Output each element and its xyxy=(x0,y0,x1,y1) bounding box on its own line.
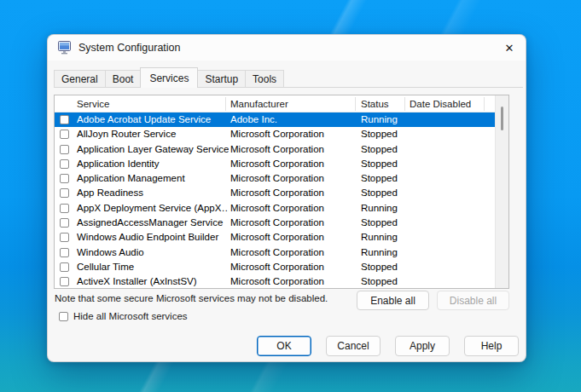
disable-all-button: Disable all xyxy=(437,291,509,310)
tab-tools[interactable]: Tools xyxy=(245,70,284,87)
tab-services[interactable]: Services xyxy=(140,67,198,88)
column-divider[interactable] xyxy=(225,97,226,111)
service-name: Adobe Acrobat Update Service xyxy=(77,112,229,127)
hide-microsoft-services-row[interactable]: Hide all Microsoft services xyxy=(59,311,188,321)
service-checkbox[interactable] xyxy=(60,233,69,242)
service-checkbox[interactable] xyxy=(60,188,69,198)
service-name: ActiveX Installer (AxInstSV) xyxy=(77,274,229,289)
service-name: Windows Audio xyxy=(77,245,229,260)
service-status: Stopped xyxy=(361,157,398,171)
service-status: Stopped xyxy=(361,186,398,200)
service-checkbox[interactable] xyxy=(60,159,69,169)
service-status: Running xyxy=(361,230,398,245)
tab-general[interactable]: General xyxy=(54,70,106,87)
service-status: Running xyxy=(361,112,398,127)
column-divider[interactable] xyxy=(484,97,485,111)
service-row[interactable]: AllJoyn Router Service Microsoft Corpora… xyxy=(55,127,495,141)
service-status: Stopped xyxy=(361,127,398,141)
service-checkbox[interactable] xyxy=(60,204,69,213)
service-row[interactable]: ActiveX Installer (AxInstSV) Microsoft C… xyxy=(55,274,495,289)
service-name: Application Identity xyxy=(77,157,229,171)
service-name: Cellular Time xyxy=(77,260,229,274)
ok-button[interactable]: OK xyxy=(257,336,311,356)
service-row[interactable]: App Readiness Microsoft Corporation Stop… xyxy=(55,186,495,200)
service-status: Running xyxy=(361,245,398,260)
service-row[interactable]: Windows Audio Microsoft Corporation Runn… xyxy=(55,245,495,260)
service-manufacturer: Adobe Inc. xyxy=(230,112,277,127)
service-status: Stopped xyxy=(361,171,398,186)
service-name: AllJoyn Router Service xyxy=(77,127,229,141)
hide-microsoft-services-checkbox[interactable] xyxy=(59,312,68,321)
service-manufacturer: Microsoft Corporation xyxy=(230,127,324,141)
apply-button[interactable]: Apply xyxy=(395,336,450,356)
service-checkbox[interactable] xyxy=(60,174,69,183)
service-row[interactable]: Windows Audio Endpoint Builder Microsoft… xyxy=(55,230,495,245)
service-manufacturer: Microsoft Corporation xyxy=(230,201,324,216)
service-status: Stopped xyxy=(361,260,398,274)
services-note: Note that some secure Microsoft services… xyxy=(55,293,328,303)
service-manufacturer: Microsoft Corporation xyxy=(230,171,324,186)
title-bar: System Configuration ✕ xyxy=(48,35,526,61)
service-checkbox[interactable] xyxy=(60,130,69,139)
scrollbar-thumb[interactable] xyxy=(501,107,503,130)
column-header-status[interactable]: Status xyxy=(361,95,389,112)
service-manufacturer: Microsoft Corporation xyxy=(230,186,324,200)
service-manufacturer: Microsoft Corporation xyxy=(230,260,324,274)
tab-boot[interactable]: Boot xyxy=(105,70,142,87)
service-manufacturer: Microsoft Corporation xyxy=(230,274,324,289)
column-header-manufacturer[interactable]: Manufacturer xyxy=(230,95,288,112)
service-manufacturer: Microsoft Corporation xyxy=(230,245,324,260)
service-manufacturer: Microsoft Corporation xyxy=(230,142,324,157)
service-row[interactable]: Cellular Time Microsoft Corporation Stop… xyxy=(55,260,495,274)
service-status: Stopped xyxy=(361,274,398,289)
tab-strip: GeneralBootServicesStartupTools xyxy=(54,66,520,87)
service-name: Application Layer Gateway Service xyxy=(77,142,229,157)
service-name: AssignedAccessManager Service xyxy=(77,216,229,230)
services-list-header: Service Manufacturer Status Date Disable… xyxy=(55,95,508,112)
service-row[interactable]: Application Layer Gateway Service Micros… xyxy=(55,142,495,157)
tab-startup[interactable]: Startup xyxy=(197,70,246,87)
service-name: AppX Deployment Service (AppX… xyxy=(77,201,229,216)
column-divider[interactable] xyxy=(404,97,405,111)
service-name: Application Management xyxy=(77,171,229,186)
column-divider[interactable] xyxy=(355,97,356,111)
cancel-button[interactable]: Cancel xyxy=(326,336,381,356)
service-rows: Adobe Acrobat Update Service Adobe Inc. … xyxy=(55,112,495,288)
system-configuration-icon xyxy=(58,41,73,55)
service-name: Windows Audio Endpoint Builder xyxy=(77,230,229,245)
tab-pane-divider xyxy=(54,87,523,88)
help-button[interactable]: Help xyxy=(464,336,519,356)
service-row[interactable]: Adobe Acrobat Update Service Adobe Inc. … xyxy=(55,112,495,127)
service-row[interactable]: Application Management Microsoft Corpora… xyxy=(55,171,495,186)
service-checkbox[interactable] xyxy=(60,277,69,286)
service-checkbox[interactable] xyxy=(60,218,69,228)
hide-microsoft-services-label: Hide all Microsoft services xyxy=(73,311,188,321)
service-row[interactable]: AssignedAccessManager Service Microsoft … xyxy=(55,216,495,230)
services-list[interactable]: Service Manufacturer Status Date Disable… xyxy=(54,95,509,289)
service-status: Stopped xyxy=(361,142,398,157)
service-checkbox[interactable] xyxy=(60,262,69,272)
service-status: Running xyxy=(361,201,398,216)
close-icon[interactable]: ✕ xyxy=(502,41,517,55)
service-checkbox[interactable] xyxy=(60,115,69,124)
column-header-date-disabled[interactable]: Date Disabled xyxy=(410,95,471,112)
enable-all-button[interactable]: Enable all xyxy=(357,291,429,310)
service-manufacturer: Microsoft Corporation xyxy=(230,230,324,245)
service-name: App Readiness xyxy=(77,186,229,200)
service-row[interactable]: AppX Deployment Service (AppX… Microsoft… xyxy=(55,201,495,216)
window-title: System Configuration xyxy=(78,42,181,54)
service-manufacturer: Microsoft Corporation xyxy=(230,216,324,230)
column-header-service[interactable]: Service xyxy=(77,95,109,112)
service-checkbox[interactable] xyxy=(60,145,69,154)
service-status: Stopped xyxy=(361,216,398,230)
service-row[interactable]: Application Identity Microsoft Corporati… xyxy=(55,157,495,171)
service-checkbox[interactable] xyxy=(60,248,69,257)
vertical-scrollbar[interactable] xyxy=(495,95,508,288)
system-configuration-dialog: System Configuration ✕ GeneralBootServic… xyxy=(47,34,526,362)
service-manufacturer: Microsoft Corporation xyxy=(230,157,324,171)
